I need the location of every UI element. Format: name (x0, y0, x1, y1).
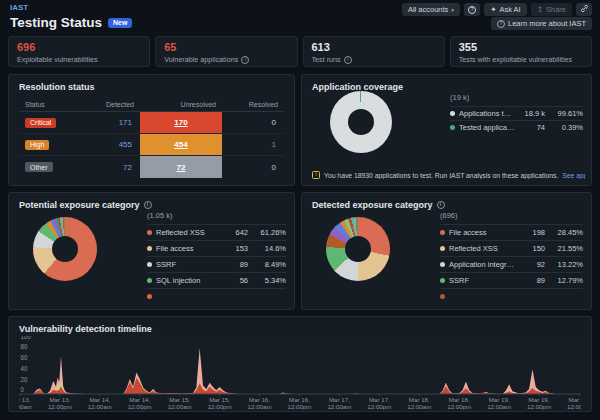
legend-dot-icon (440, 246, 445, 251)
stat-card-exploitable-vulnerabilities[interactable]: 696 Exploitable vulnerabilities (8, 36, 150, 67)
unresolved-bar[interactable]: 454 (140, 134, 222, 155)
svg-text:60: 60 (20, 354, 27, 361)
legend-total: (19 k) (450, 93, 583, 106)
legend-dot-icon (450, 125, 455, 130)
column-unresolved: Unresolved (140, 101, 222, 108)
detected-exposure-panel: Detected exposure category i (696) File … (301, 192, 592, 310)
potential-legend: (1.05 k) Reflected XSS64261.26%File acce… (147, 211, 286, 301)
chevron-down-icon: ▾ (451, 7, 454, 13)
share-button[interactable]: ↥ Share (531, 3, 572, 16)
link-icon (580, 4, 589, 15)
legend-row[interactable]: File access19828.45% (440, 224, 583, 240)
help-button[interactable]: ? (464, 3, 480, 16)
coverage-donut-chart[interactable] (330, 91, 392, 153)
legend-row[interactable] (440, 288, 583, 301)
svg-text:Mar 17,12:00pm: Mar 17,12:00pm (367, 396, 391, 410)
legend-dot-icon (147, 262, 152, 267)
legend-row[interactable]: Application integrity ...9213.22% (440, 256, 583, 272)
table-header: Status Detected Unresolved Resolved (19, 97, 284, 112)
see-applications-link[interactable]: See applications (562, 172, 585, 179)
table-row-critical: Critical 171 170 0 (19, 112, 284, 134)
new-badge: New (108, 18, 132, 28)
svg-text:Mar 19,12:00am: Mar 19,12:00am (487, 396, 511, 410)
copy-link-button[interactable] (576, 3, 592, 16)
detected-donut-chart[interactable] (326, 217, 390, 281)
column-detected: Detected (91, 101, 140, 108)
stat-value: 65 (164, 41, 288, 54)
legend-row[interactable]: Applications to test18.9 k99.61% (450, 106, 583, 120)
stat-card-tests-with-exploitable[interactable]: 355 Tests with exploitable vulnerabiliti… (450, 36, 592, 67)
svg-text:Mar 16,12:00am: Mar 16,12:00am (248, 396, 272, 410)
potential-exposure-panel: Potential exposure category i (1.05 k) R… (8, 192, 295, 310)
unresolved-bar[interactable]: 170 (140, 112, 222, 133)
svg-text:Mar 13,12:00pm: Mar 13,12:00pm (48, 396, 72, 410)
coverage-legend: (19 k) Applications to test18.9 k99.61%T… (450, 93, 583, 134)
svg-text:Mar 19,12:00pm: Mar 19,12:00pm (527, 396, 551, 410)
stat-cards: 696 Exploitable vulnerabilities 65 Vulne… (8, 36, 592, 67)
svg-text:Mar 16,12:00pm: Mar 16,12:00pm (288, 396, 312, 410)
panel-title: Application coverage (312, 82, 581, 92)
info-icon[interactable]: i (241, 56, 249, 64)
legend-row[interactable]: SSRF898.49% (147, 256, 286, 272)
panel-title: Resolution status (19, 82, 284, 92)
topbar-actions: All accounts ▾ ? ✦ Ask AI ↥ Share (402, 3, 592, 16)
legend-dot-icon (440, 230, 445, 235)
legend-dot-icon (440, 262, 445, 267)
legend-row[interactable]: Reflected XSS64261.26% (147, 224, 286, 240)
svg-text:100: 100 (20, 336, 31, 340)
svg-text:Mar 18,12:00pm: Mar 18,12:00pm (447, 396, 471, 410)
detected-count-link[interactable]: 72 (91, 163, 140, 172)
stat-label: Tests with exploitable vulnerabilities (459, 55, 572, 64)
svg-text:Mar 14,12:00am: Mar 14,12:00am (88, 396, 112, 410)
help-icon: ? (468, 6, 476, 14)
info-icon[interactable]: i (437, 201, 445, 209)
share-icon: ↥ (537, 5, 543, 14)
unresolved-bar[interactable]: 72 (140, 156, 222, 178)
legend-dot-icon (147, 230, 152, 235)
all-accounts-dropdown[interactable]: All accounts ▾ (402, 3, 460, 16)
stat-value: 613 (312, 41, 436, 54)
legend-row[interactable] (147, 288, 286, 301)
svg-text:20: 20 (20, 376, 27, 383)
resolved-count: 0 (222, 163, 284, 172)
series-detections-total (20, 348, 579, 394)
potential-donut-chart[interactable] (33, 217, 97, 281)
legend-row[interactable]: SQL injection565.34% (147, 272, 286, 288)
legend-dot-icon (440, 278, 445, 283)
page-title-row: Testing Status New (10, 15, 132, 30)
stat-value: 696 (17, 41, 141, 54)
stat-label: Exploitable vulnerabilities (17, 55, 98, 64)
timeline-chart[interactable]: 020406080100Mar 13,12:00amMar 13,12:00pm… (19, 336, 581, 412)
svg-text:40: 40 (20, 365, 27, 372)
learn-more-button[interactable]: ? Learn more about IAST (491, 17, 592, 30)
detected-count-link[interactable]: 455 (91, 140, 140, 149)
resolved-count: 0 (222, 118, 284, 127)
info-icon[interactable]: i (344, 56, 352, 64)
series-detections-mid (20, 381, 579, 394)
severity-badge[interactable]: Critical (25, 118, 56, 128)
legend-dot-icon (440, 294, 445, 299)
breadcrumb[interactable]: IAST (10, 3, 28, 12)
svg-text:Mar 13,12:00am: Mar 13,12:00am (19, 396, 32, 410)
legend-dot-icon (147, 294, 152, 299)
stat-card-test-runs[interactable]: 613 Test runs i (303, 36, 445, 67)
severity-badge[interactable]: Other (25, 162, 53, 172)
legend-row[interactable]: SSRF8912.79% (440, 272, 583, 288)
detected-count-link[interactable]: 171 (91, 118, 140, 127)
resolution-status-panel: Resolution status Status Detected Unreso… (8, 74, 295, 186)
series-detections-critical (20, 378, 579, 394)
panel-title: Potential exposure category (19, 200, 140, 210)
svg-text:0: 0 (20, 386, 24, 393)
severity-badge[interactable]: High (25, 140, 49, 150)
info-icon[interactable]: i (144, 201, 152, 209)
vulnerability-timeline-panel: Vulnerability detection timeline 0204060… (8, 316, 592, 412)
legend-row[interactable]: Tested applications740.39% (450, 120, 583, 134)
page-title: Testing Status (10, 15, 102, 30)
legend-row[interactable]: Reflected XSS15021.55% (440, 240, 583, 256)
legend-row[interactable]: File access15314.6% (147, 240, 286, 256)
svg-text:Mar 15,12:00pm: Mar 15,12:00pm (208, 396, 232, 410)
stat-label: Vulnerable applications (164, 55, 238, 64)
resolution-table: Status Detected Unresolved Resolved Crit… (19, 97, 284, 178)
stat-card-vulnerable-applications[interactable]: 65 Vulnerable applications i (155, 36, 297, 67)
ask-ai-button[interactable]: ✦ Ask AI (484, 3, 527, 16)
